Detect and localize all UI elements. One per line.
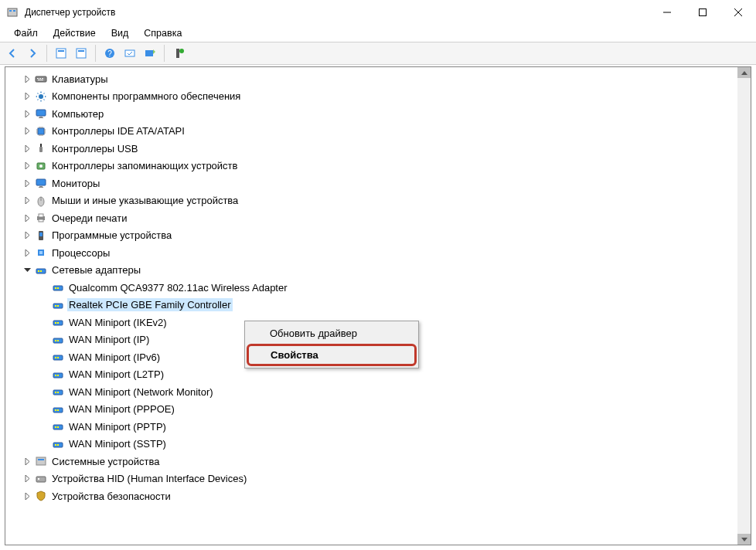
chevron-right-icon[interactable] — [21, 229, 33, 242]
tree-label: Устройства HID (Human Interface Devices) — [50, 472, 248, 485]
titlebar: Диспетчер устройств — [0, 0, 756, 25]
tree-label: WAN Miniport (Network Monitor) — [67, 385, 215, 399]
chevron-right-icon[interactable] — [21, 177, 33, 189]
tree-label: Контроллеры запоминающих устройств — [50, 159, 239, 172]
tree-label: Realtek PCIe GBE Family Controller — [67, 298, 233, 311]
chevron-right-icon[interactable] — [21, 160, 33, 172]
tree-item-wan-netmon[interactable]: WAN Miniport (Network Monitor) — [5, 383, 751, 401]
chevron-right-icon[interactable] — [21, 90, 33, 103]
back-button[interactable] — [3, 44, 22, 63]
tree-label: WAN Miniport (PPTP) — [67, 420, 168, 433]
chevron-down-icon[interactable] — [21, 264, 33, 277]
tree-category-mice[interactable]: Мыши и иные указывающие устройства — [5, 192, 751, 210]
chevron-right-icon[interactable] — [21, 107, 33, 120]
window-title: Диспетчер устройств — [25, 7, 649, 18]
menu-help[interactable]: Справка — [136, 26, 189, 40]
tree-label: Системные устройства — [50, 455, 161, 468]
tree-panel: Клавиатуры Компоненты программного обесп… — [5, 66, 751, 545]
tree-item-qualcomm[interactable]: Qualcomm QCA9377 802.11ac Wireless Adapt… — [5, 279, 751, 297]
svg-rect-44 — [700, 9, 707, 16]
chevron-right-icon[interactable] — [21, 195, 33, 207]
chevron-right-icon[interactable] — [21, 212, 33, 224]
svg-rect-40 — [8, 8, 17, 16]
chevron-right-icon[interactable] — [21, 473, 33, 485]
scroll-down-button[interactable] — [737, 534, 751, 545]
toolbar-separator — [164, 45, 165, 62]
scroll-up-button[interactable] — [737, 67, 751, 78]
close-button[interactable] — [720, 0, 756, 25]
menu-action[interactable]: Действие — [46, 26, 104, 40]
device-tree[interactable]: Клавиатуры Компоненты программного обесп… — [5, 67, 751, 545]
svg-rect-42 — [13, 10, 15, 12]
tree-label: Qualcomm QCA9377 802.11ac Wireless Adapt… — [67, 281, 289, 294]
tree-category-print-queues[interactable]: Очереди печати — [5, 209, 751, 227]
tree-label: Мыши и иные указывающие устройства — [50, 194, 240, 207]
tree-category-software-components[interactable]: Компоненты программного обеспечения — [5, 88, 751, 106]
tree-item-wan-pptp[interactable]: WAN Miniport (PPTP) — [5, 418, 751, 436]
tree-category-software-devices[interactable]: Программные устройства — [5, 227, 751, 245]
tree-category-monitors[interactable]: Мониторы — [5, 175, 751, 192]
tree-label: Устройства безопасности — [50, 490, 172, 503]
tree-category-keyboards[interactable]: Клавиатуры — [5, 70, 751, 88]
chevron-right-icon[interactable] — [21, 142, 33, 154]
tree-label: Компоненты программного обеспечения — [50, 90, 242, 103]
context-menu: Обновить драйвер Свойства — [244, 321, 419, 368]
tree-label: WAN Miniport (IKEv2) — [67, 316, 169, 329]
menu-file[interactable]: Файл — [6, 26, 46, 40]
tree-category-ide-atapi[interactable]: Контроллеры IDE ATA/ATAPI — [5, 123, 751, 141]
forward-button[interactable] — [23, 44, 42, 63]
toolbar — [0, 42, 756, 65]
minimize-button[interactable] — [649, 0, 685, 25]
network-icon — [52, 438, 64, 450]
shield-icon — [35, 490, 47, 502]
tree-category-processors[interactable]: Процессоры — [5, 244, 751, 262]
tree-label: WAN Miniport (PPPOE) — [67, 402, 176, 416]
tree-label: Компьютер — [50, 107, 105, 121]
menubar: Файл Действие Вид Справка — [0, 25, 756, 42]
tree-label: Контроллеры IDE ATA/ATAPI — [50, 124, 186, 138]
tree-item-wan-sstp[interactable]: WAN Miniport (SSTP) — [5, 436, 751, 453]
add-hardware-button[interactable] — [169, 44, 188, 63]
tree-label: WAN Miniport (IP) — [67, 333, 151, 346]
context-properties[interactable]: Свойства — [247, 344, 417, 366]
tree-category-computer[interactable]: Компьютер — [5, 105, 751, 123]
refresh-button[interactable] — [141, 44, 159, 63]
maximize-button[interactable] — [685, 0, 720, 25]
tree-category-storage[interactable]: Контроллеры запоминающих устройств — [5, 158, 751, 175]
tree-label: WAN Miniport (IPv6) — [67, 351, 162, 364]
toolbar-separator — [95, 45, 96, 62]
chevron-right-icon[interactable] — [21, 125, 33, 138]
properties-button[interactable] — [72, 44, 90, 63]
menu-view[interactable]: Вид — [104, 26, 137, 40]
tree-label: WAN Miniport (SSTP) — [67, 437, 168, 450]
tree-label: Очереди печати — [50, 212, 129, 225]
chevron-right-icon[interactable] — [21, 455, 33, 467]
toolbar-separator — [46, 45, 47, 62]
tree-category-network-adapters[interactable]: Сетевые адаптеры — [5, 262, 751, 280]
context-update-driver[interactable]: Обновить драйвер — [247, 323, 417, 344]
scan-button[interactable] — [121, 44, 139, 63]
help-button[interactable] — [100, 44, 119, 63]
chevron-right-icon[interactable] — [21, 73, 33, 85]
tree-category-usb[interactable]: Контроллеры USB — [5, 140, 751, 158]
vertical-scrollbar[interactable] — [737, 67, 751, 545]
svg-rect-41 — [9, 10, 12, 12]
tree-label: Мониторы — [50, 177, 101, 190]
tree-label: WAN Miniport (L2TP) — [67, 368, 165, 381]
tree-category-security[interactable]: Устройства безопасности — [5, 487, 751, 505]
tree-item-realtek[interactable]: Realtek PCIe GBE Family Controller — [5, 297, 751, 314]
chevron-right-icon[interactable] — [21, 490, 33, 502]
tree-label: Клавиатуры — [50, 73, 110, 86]
tree-category-system-devices[interactable]: Системные устройства — [5, 453, 751, 470]
tree-label: Контроллеры USB — [50, 142, 139, 155]
tree-category-hid[interactable]: Устройства HID (Human Interface Devices) — [5, 470, 751, 488]
show-hidden-button[interactable] — [52, 44, 70, 63]
tree-item-wan-pppoe[interactable]: WAN Miniport (PPPOE) — [5, 401, 751, 419]
chevron-right-icon[interactable] — [21, 246, 33, 259]
app-icon — [6, 6, 19, 19]
network-icon — [35, 264, 47, 277]
tree-label: Программные устройства — [50, 229, 173, 242]
